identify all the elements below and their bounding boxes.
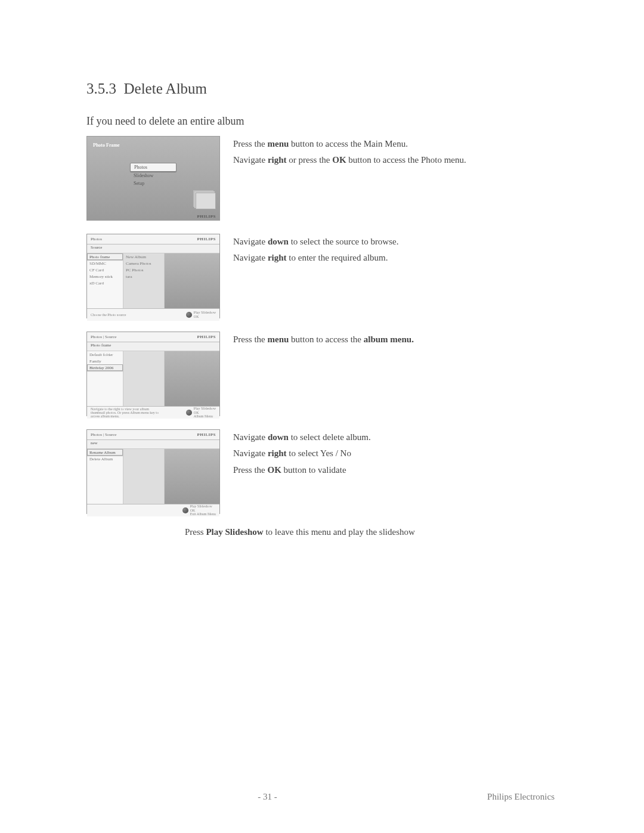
shot-footer: Play SlideshowOKExit Album Menu (87, 504, 219, 516)
section-subtitle: If you need to delete an entire album (86, 115, 561, 128)
shot-menu-item: Photos (130, 163, 177, 172)
screenshot-thumbnail: Photo FramePhotosSlideshowSetupPHILIPS (86, 136, 220, 221)
brand-logo: PHILIPS (197, 214, 216, 219)
shot-ctrl-label: OK (194, 315, 216, 319)
page-number: - 31 - (258, 792, 277, 802)
shot-col-sources: Rename AlbumDelete Album (87, 449, 123, 504)
shot-ctrl-label: OK (194, 411, 216, 415)
shot-ctrl-label: Exit Album Menu (190, 512, 216, 516)
shot-header: PhotosPHILIPS (87, 234, 219, 244)
section-number: 3.5.3 (86, 80, 116, 97)
shot-footer: Choose the Photo sourcePlay SlideshowOK (87, 308, 219, 321)
shot-subheader: new (87, 440, 219, 449)
shot-header: Photos | SourcePHILIPS (87, 430, 219, 440)
shot-menu-item: Slideshow (130, 172, 177, 179)
shot-list-item: Photo frame (87, 253, 123, 260)
shot-header: Photos | SourcePHILIPS (87, 332, 219, 342)
shot-col-sources: Photo frameSD/MMCCF CardMemory stickxD C… (87, 253, 123, 308)
shot-list-item: Default folder (87, 351, 123, 358)
brand-logo: PHILIPS (197, 237, 216, 241)
screenshot-thumbnail: PhotosPHILIPSSourcePhoto frameSD/MMCCF C… (86, 234, 220, 318)
brand-logo: PHILIPS (197, 335, 216, 339)
shot-ctrl-label: OK (190, 509, 216, 513)
footer-company: Philips Electronics (487, 792, 555, 802)
page-footer: - 31 - Philips Electronics (0, 792, 644, 802)
shot-ctrl-label: Play Slideshow (194, 311, 216, 315)
step-instructions: Navigate down to select the source to br… (233, 234, 398, 268)
shot-col-albums: New AlbumCamera PhotosPC Photostara (123, 253, 165, 308)
shot-ctrl-label: Play Slideshow (190, 504, 216, 509)
screenshot-thumbnail: Photos | SourcePHILIPSnewRename AlbumDel… (86, 429, 220, 514)
shot-title: Photo Frame (93, 143, 120, 148)
shot-list-item: tara (123, 273, 164, 280)
shot-footer: Navigate to the right to view your album… (87, 406, 219, 419)
shot-list-item: Birthday 2006 (87, 364, 123, 371)
shot-preview-area (165, 351, 219, 406)
shot-col-sources: Default folderFamilyBirthday 2006 (87, 351, 123, 406)
nav-dot-icon (186, 410, 192, 416)
shot-list-item: Memory stick (87, 273, 123, 280)
step-instructions: Press the menu button to access the albu… (233, 332, 414, 349)
shot-ctrl-label: Album Menu (194, 414, 216, 419)
instruction-line: Navigate right or press the OK button to… (233, 153, 466, 167)
step-instructions: Press the menu button to access the Main… (233, 136, 466, 170)
step-instructions: Navigate down to select delete album.Nav… (233, 429, 371, 479)
final-note: Press Play Slideshow to leave this menu … (185, 527, 561, 537)
shot-list-item: CF Card (87, 267, 123, 273)
shot-col-albums (123, 449, 165, 504)
shot-list-item: Delete Album (87, 456, 123, 462)
shot-list-item: xD Card (87, 280, 123, 286)
instruction-step: Photos | SourcePHILIPSPhoto frameDefault… (86, 332, 561, 416)
nav-dot-icon (186, 312, 192, 318)
shot-list-item: Camera Photos (123, 260, 164, 267)
shot-menu-item: Setup (130, 179, 177, 187)
shot-list-item: Family (87, 358, 123, 364)
section-name: Delete Album (124, 80, 208, 97)
shot-subheader: Source (87, 244, 219, 253)
shot-menu: PhotosSlideshowSetup (130, 163, 177, 187)
shot-subheader: Photo frame (87, 342, 219, 351)
shot-col-albums (123, 351, 165, 406)
shot-list-item: New Album (123, 253, 164, 260)
instruction-step: Photos | SourcePHILIPSnewRename AlbumDel… (86, 429, 561, 514)
brand-logo: PHILIPS (197, 432, 216, 437)
instruction-line: Navigate right to enter the required alb… (233, 251, 398, 265)
instruction-step: Photo FramePhotosSlideshowSetupPHILIPSPr… (86, 136, 561, 221)
instruction-line: Navigate down to select the source to br… (233, 235, 398, 249)
nav-dot-icon (182, 507, 188, 513)
instruction-line: Press the menu button to access the Main… (233, 137, 466, 151)
screenshot-thumbnail: Photos | SourcePHILIPSPhoto frameDefault… (86, 332, 220, 416)
shot-preview-area (165, 449, 219, 504)
instruction-line: Press the OK button to validate (233, 463, 371, 477)
section-title: 3.5.3 Delete Album (86, 80, 561, 97)
instruction-line: Press the menu button to access the albu… (233, 333, 414, 346)
shot-list-item: Rename Album (87, 449, 123, 456)
instruction-line: Navigate right to select Yes / No (233, 447, 371, 460)
photo-stack-icon (196, 193, 216, 209)
instruction-line: Navigate down to select delete album. (233, 431, 371, 444)
shot-ctrl-label: Play Slideshow (194, 407, 216, 411)
shot-list-item: SD/MMC (87, 260, 123, 267)
shot-preview-area (165, 253, 219, 308)
instruction-step: PhotosPHILIPSSourcePhoto frameSD/MMCCF C… (86, 234, 561, 318)
shot-list-item: PC Photos (123, 267, 164, 273)
